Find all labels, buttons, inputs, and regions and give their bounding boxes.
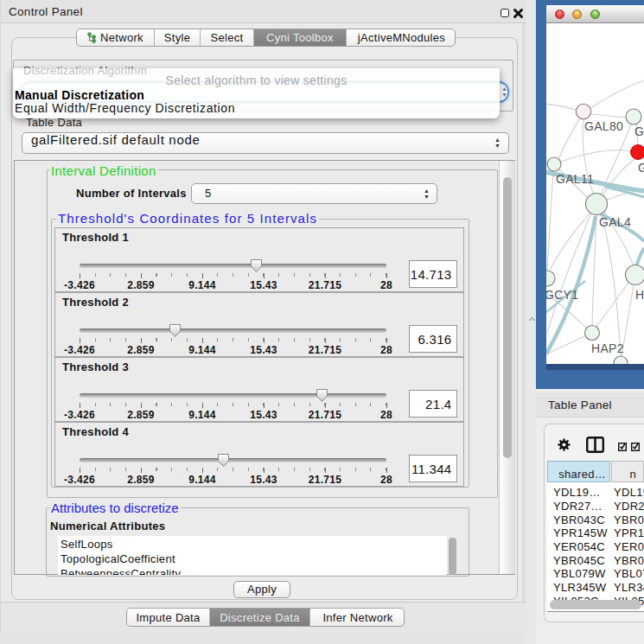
svg-text:GA: GA <box>634 124 644 138</box>
svg-text:G: G <box>638 161 644 175</box>
svg-text:GAL4: GAL4 <box>599 215 631 229</box>
svg-text:GCY1: GCY1 <box>546 288 578 302</box>
svg-text:HAP2: HAP2 <box>591 341 624 355</box>
svg-text:H: H <box>635 288 644 302</box>
svg-text:GAL11: GAL11 <box>556 172 594 186</box>
svg-text:GAL80: GAL80 <box>584 119 623 133</box>
